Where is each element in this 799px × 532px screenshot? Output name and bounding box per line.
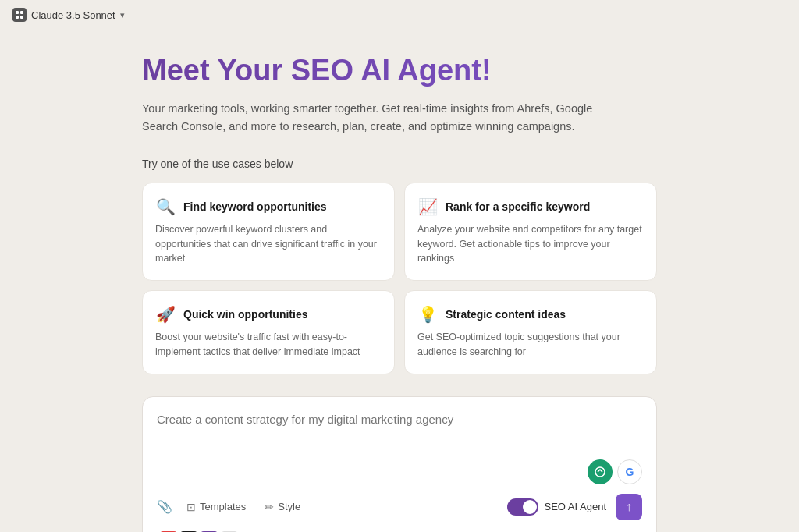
seo-agent-toggle[interactable] (507, 498, 538, 516)
card-desc: Analyze your website and competitors for… (417, 222, 642, 266)
svg-rect-3 (20, 16, 23, 19)
card-rank-keyword[interactable]: 📈 Rank for a specific keyword Analyze yo… (404, 183, 657, 281)
card-keyword-opportunities[interactable]: 🔍 Find keyword opportunities Discover po… (142, 183, 395, 281)
templates-button[interactable]: ⊡ Templates (182, 498, 250, 516)
use-cases-label: Try one of the use cases below (142, 158, 657, 170)
model-name[interactable]: Claude 3.5 Sonnet (31, 9, 115, 21)
writesonic-icon (588, 459, 613, 484)
card-title: Strategic content ideas (446, 308, 566, 321)
svg-point-4 (595, 467, 605, 477)
seo-agent-toggle-wrapper: SEO AI Agent (507, 498, 607, 516)
card-title: Quick win opportunities (183, 308, 307, 321)
toggle-knob (523, 500, 537, 514)
chart-icon: 📈 (417, 197, 438, 216)
card-header: 💡 Strategic content ideas (417, 305, 642, 324)
svg-rect-1 (20, 11, 23, 14)
card-header: 🔍 Find keyword opportunities (155, 197, 380, 216)
style-label: Style (278, 501, 300, 512)
model-icon (12, 8, 27, 22)
chat-tools-top: G (157, 459, 642, 484)
use-cases-grid: 🔍 Find keyword opportunities Discover po… (142, 183, 657, 374)
card-header: 🚀 Quick win opportunities (155, 305, 380, 324)
templates-label: Templates (200, 501, 246, 512)
search-icon: 🔍 (155, 197, 176, 216)
card-content-ideas[interactable]: 💡 Strategic content ideas Get SEO-optimi… (404, 290, 657, 374)
folder-icon: ⊡ (186, 501, 196, 513)
card-desc: Get SEO-optimized topic suggestions that… (417, 330, 642, 360)
svg-rect-2 (16, 16, 19, 19)
google-icon: G (617, 459, 642, 484)
card-title: Find keyword opportunities (183, 200, 327, 213)
send-button[interactable]: ↑ (616, 494, 642, 520)
hero-subtitle: Your marketing tools, working smarter to… (142, 100, 626, 136)
chevron-down-icon[interactable]: ▾ (120, 10, 125, 20)
send-icon: ↑ (626, 500, 632, 514)
chat-bottom-toolbar: 📎 ⊡ Templates ✏ Style SEO AI Agent ↑ (157, 494, 642, 520)
chat-input[interactable] (157, 411, 642, 450)
bulb-icon: 💡 (417, 305, 438, 324)
card-header: 📈 Rank for a specific keyword (417, 197, 642, 216)
top-bar: Claude 3.5 Sonnet ▾ (0, 0, 799, 30)
card-desc: Discover powerful keyword clusters and o… (155, 222, 380, 266)
card-quick-wins[interactable]: 🚀 Quick win opportunities Boost your web… (142, 290, 395, 374)
chat-icons-right: G (588, 459, 642, 484)
attach-icon[interactable]: 📎 (157, 499, 172, 514)
pen-icon: ✏ (265, 501, 274, 513)
svg-rect-0 (16, 11, 19, 14)
main-container: Meet Your SEO AI Agent! Your marketing t… (126, 30, 673, 532)
rocket-icon: 🚀 (155, 305, 176, 324)
card-desc: Boost your website's traffic fast with e… (155, 330, 380, 360)
toggle-label: SEO AI Agent (545, 501, 607, 512)
card-title: Rank for a specific keyword (446, 200, 590, 213)
hero-title: Meet Your SEO AI Agent! (142, 53, 657, 89)
style-button[interactable]: ✏ Style (260, 498, 305, 516)
chat-box: G 📎 ⊡ Templates ✏ Style SEO AI Agent (142, 396, 657, 532)
